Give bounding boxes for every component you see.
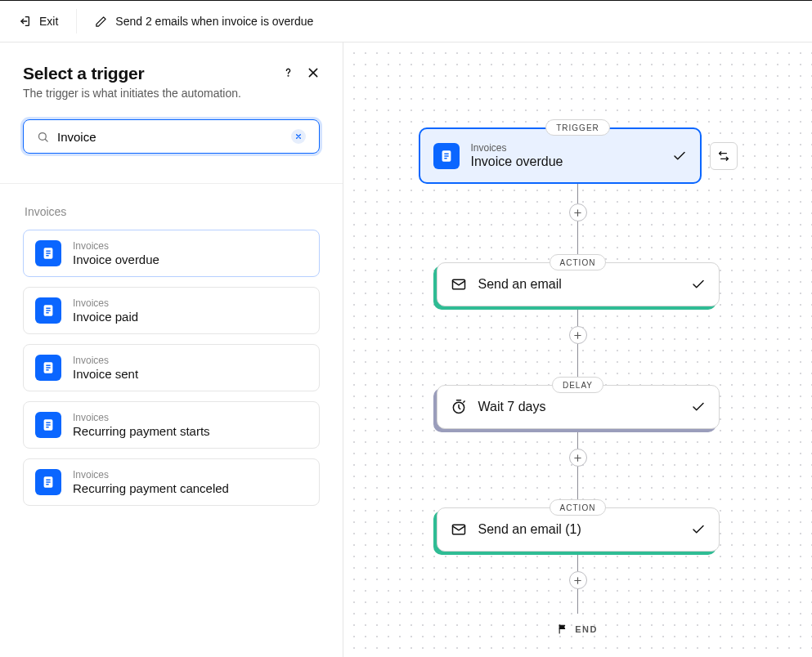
- search-input-wrap[interactable]: [23, 119, 320, 154]
- trigger-category: Invoices: [73, 355, 138, 366]
- trigger-node[interactable]: Invoices Invoice overdue: [419, 127, 702, 184]
- document-icon: [35, 469, 61, 495]
- trigger-option-invoice-sent[interactable]: Invoices Invoice sent: [23, 344, 320, 391]
- top-bar: Exit Send 2 emails when invoice is overd…: [0, 0, 812, 42]
- trigger-category: Invoices: [73, 297, 138, 309]
- node-title: Invoice overdue: [471, 154, 661, 169]
- trigger-category: Invoices: [73, 240, 159, 252]
- node-title: Wait 7 days: [478, 400, 680, 414]
- search-icon: [37, 131, 49, 143]
- connector: [577, 552, 579, 571]
- trigger-pill: TRIGGER: [545, 119, 610, 136]
- trigger-name: Invoice overdue: [73, 253, 159, 266]
- trigger-option-recurring-starts[interactable]: Invoices Recurring payment starts: [23, 401, 320, 449]
- connector: [577, 184, 579, 203]
- help-icon[interactable]: [281, 65, 295, 79]
- connector: [577, 221, 579, 254]
- exit-button[interactable]: Exit: [8, 8, 68, 34]
- trigger-category: Invoices: [73, 412, 210, 423]
- group-label: Invoices: [25, 205, 320, 218]
- mail-icon: [451, 276, 467, 293]
- trigger-name: Invoice paid: [73, 310, 138, 324]
- svg-point-0: [288, 75, 289, 76]
- connector: [577, 344, 579, 377]
- end-label: END: [575, 624, 598, 634]
- add-step-button[interactable]: [569, 203, 587, 221]
- automation-title-button[interactable]: Send 2 emails when invoice is overdue: [85, 8, 323, 34]
- trigger-list: Invoices Invoice overdue Invoices Invoic…: [23, 230, 320, 506]
- document-icon: [35, 355, 61, 381]
- document-icon: [35, 412, 61, 438]
- connector: [577, 429, 579, 449]
- check-icon: [691, 277, 706, 292]
- flag-icon: [558, 623, 568, 634]
- trigger-category: Invoices: [73, 469, 229, 480]
- node-title: Send an email (1): [478, 522, 680, 537]
- automation-title: Send 2 emails when invoice is overdue: [115, 15, 313, 28]
- exit-icon: [18, 15, 31, 28]
- trigger-name: Recurring payment canceled: [73, 481, 229, 495]
- svg-point-1: [39, 132, 47, 140]
- trigger-name: Invoice sent: [73, 367, 138, 381]
- clear-search-icon[interactable]: [291, 129, 306, 144]
- document-icon: [35, 297, 61, 324]
- trigger-option-invoice-paid[interactable]: Invoices Invoice paid: [23, 287, 320, 334]
- node-title: Send an email: [478, 277, 680, 292]
- trigger-name: Recurring payment starts: [73, 424, 210, 438]
- panel-divider: [0, 183, 343, 184]
- document-icon: [433, 143, 460, 169]
- swap-trigger-button[interactable]: [710, 142, 738, 170]
- add-step-button[interactable]: [569, 449, 587, 467]
- trigger-option-recurring-canceled[interactable]: Invoices Recurring payment canceled: [23, 458, 320, 506]
- add-step-button[interactable]: [569, 571, 587, 589]
- trigger-option-invoice-overdue[interactable]: Invoices Invoice overdue: [23, 230, 320, 277]
- connector: [577, 467, 579, 499]
- pencil-icon: [95, 16, 107, 28]
- trigger-panel: Select a trigger The trigger is what ini…: [0, 42, 343, 657]
- toolbar-divider: [76, 9, 77, 34]
- action-pill: ACTION: [550, 254, 607, 270]
- connector: [577, 589, 579, 614]
- mail-icon: [451, 521, 467, 538]
- node-category: Invoices: [471, 142, 661, 154]
- search-input[interactable]: [57, 130, 291, 144]
- check-icon: [691, 400, 706, 414]
- action-pill: ACTION: [550, 499, 607, 516]
- exit-label: Exit: [39, 15, 58, 28]
- stopwatch-icon: [451, 399, 467, 415]
- panel-title: Select a trigger: [23, 64, 241, 83]
- check-icon: [691, 522, 706, 537]
- check-icon: [672, 149, 687, 163]
- delay-pill: DELAY: [552, 377, 603, 393]
- add-step-button[interactable]: [569, 326, 587, 344]
- connector: [577, 306, 579, 326]
- panel-subtitle: The trigger is what initiates the automa…: [23, 87, 241, 100]
- close-icon[interactable]: [307, 66, 320, 79]
- flow-canvas[interactable]: TRIGGER Invoices Invoice overdue: [343, 42, 812, 657]
- end-marker: END: [558, 623, 598, 634]
- document-icon: [35, 240, 61, 266]
